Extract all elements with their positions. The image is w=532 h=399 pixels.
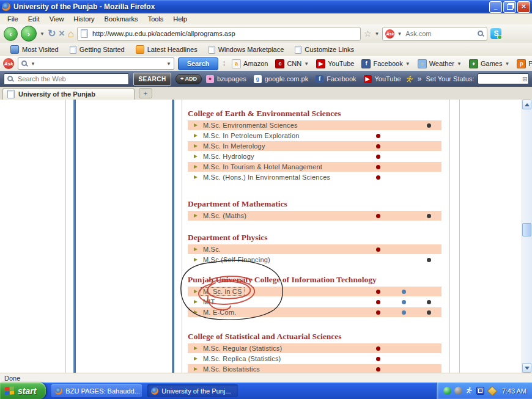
program-link[interactable]: M.Sc. In Petroleum Exploration	[203, 132, 300, 139]
program-link[interactable]: M.Sc. Environmental Sciences	[203, 122, 298, 129]
aim-man-icon[interactable]	[465, 387, 473, 395]
status-input[interactable]: ⊞	[478, 73, 529, 84]
network-globe-icon[interactable]	[443, 387, 451, 395]
program-link[interactable]: M.Sc. Replica (Statistics)	[203, 355, 281, 362]
red-status-dot[interactable]	[376, 310, 380, 315]
red-status-dot[interactable]	[376, 367, 380, 372]
ask-item-weather[interactable]: ☼Weather▼	[416, 59, 464, 68]
program-link[interactable]: M.Sc. Biostatistics	[203, 365, 260, 373]
start-button[interactable]: start	[0, 383, 46, 399]
blue-status-dot[interactable]	[402, 290, 406, 294]
red-status-dot[interactable]	[376, 357, 380, 361]
bookmark-most-visited[interactable]: Most Visited	[5, 45, 64, 54]
quicklink-google-com-pk[interactable]: ggoogle.com.pk	[254, 75, 309, 83]
bookmark-windows-marketplace[interactable]: Windows Marketplace	[203, 46, 290, 54]
red-status-dot[interactable]	[376, 247, 380, 252]
black-status-dot[interactable]	[427, 214, 431, 218]
bookmark-star-icon[interactable]: ☆	[364, 29, 372, 38]
minimize-button[interactable]: _	[489, 1, 502, 13]
blue-status-dot[interactable]	[402, 300, 406, 304]
ask-item-facebook[interactable]: fFacebook▼	[360, 59, 412, 68]
bookmark-getting-started[interactable]: Getting Started	[64, 46, 130, 54]
web-toolbar-search-button[interactable]: SEARCH	[133, 73, 171, 86]
red-status-dot[interactable]	[376, 165, 380, 169]
web-toolbar-search-input[interactable]	[17, 75, 126, 83]
close-button[interactable]: ✕	[517, 1, 530, 13]
dropdown-caret-icon[interactable]: ▼	[457, 61, 462, 67]
black-status-dot[interactable]	[427, 123, 431, 128]
forward-button[interactable]: ›	[21, 26, 37, 42]
web-toolbar-search-box[interactable]	[4, 73, 129, 85]
scroll-up-button[interactable]	[522, 100, 531, 109]
black-status-dot[interactable]	[427, 300, 431, 304]
search-engine-box[interactable]: Ask ▼	[382, 27, 487, 41]
ask-item-games[interactable]: ♦Games▼	[467, 59, 511, 68]
engine-dropdown-icon[interactable]: ▼	[397, 31, 402, 37]
restore-button[interactable]	[503, 1, 516, 13]
shield-icon[interactable]	[487, 386, 497, 396]
red-status-dot[interactable]	[376, 144, 380, 148]
ask-search-button[interactable]: Search	[178, 57, 218, 70]
menu-tools[interactable]: Tools	[143, 14, 169, 24]
ask-item-amazon[interactable]: aAmazon	[230, 59, 270, 68]
stop-button[interactable]: ×	[59, 29, 64, 38]
menu-help[interactable]: Help	[168, 14, 192, 24]
ask-item-youtube[interactable]: ▶YouTube	[314, 59, 356, 68]
scrollbar-thumb[interactable]	[522, 223, 531, 236]
back-button[interactable]: ‹	[4, 27, 18, 41]
quicklink-bzupages[interactable]: ●bzupages	[206, 75, 246, 83]
new-tab-button[interactable]: +	[139, 88, 152, 98]
tab-university-of-the-punjab[interactable]: University of the Punjab	[2, 88, 135, 100]
url-bar[interactable]	[77, 27, 361, 41]
taskbar-window-university-of-the-punj[interactable]: University of the Punj...	[147, 384, 238, 397]
ask-suggest-dropdown-icon[interactable]: ▼	[166, 61, 171, 67]
dropdown-caret-icon[interactable]: ▼	[405, 61, 410, 67]
red-status-dot[interactable]	[376, 214, 380, 218]
red-status-dot[interactable]	[376, 175, 380, 180]
dropdown-caret-icon[interactable]: ▼	[504, 61, 509, 67]
program-link[interactable]: M.Sc. In Meterology	[203, 142, 265, 150]
messenger-icon[interactable]	[476, 387, 484, 395]
history-dropdown-icon[interactable]: ▼	[40, 31, 45, 37]
search-magnifier-icon[interactable]	[477, 30, 484, 37]
bookmark-latest-headlines[interactable]: Latest Headlines	[130, 45, 203, 54]
red-status-dot[interactable]	[376, 155, 380, 159]
skype-icon[interactable]: S	[490, 28, 501, 39]
scroll-down-button[interactable]	[522, 363, 531, 373]
program-link[interactable]: M.Sc. Hydrology	[203, 153, 254, 160]
menu-edit[interactable]: Edit	[23, 14, 45, 24]
program-link[interactable]: M.Sc. Regular (Statistics)	[203, 345, 282, 352]
status-url-icon[interactable]: ⊞	[522, 76, 527, 82]
ask-item-cnn[interactable]: cCNN▼	[273, 59, 311, 68]
program-link[interactable]: MIT	[203, 298, 215, 306]
red-status-dot[interactable]	[376, 346, 380, 351]
black-status-dot[interactable]	[427, 310, 431, 315]
program-link[interactable]: M. Sc. in CS	[201, 287, 245, 296]
bookmark-dropdown-icon[interactable]: ▼	[375, 31, 380, 37]
program-link[interactable]: M.Sc. In Tourism & Hotel Management	[203, 163, 322, 170]
quicklink-youtube[interactable]: ▶YouTube	[364, 75, 401, 83]
taskbar-window-bzu-pages-bahaudd[interactable]: BZU PAGES: Bahaudd...	[51, 384, 142, 397]
blue-status-dot[interactable]	[402, 310, 406, 315]
red-status-dot[interactable]	[376, 134, 380, 138]
reload-button[interactable]: ↻	[48, 29, 56, 38]
aim-running-man-icon[interactable]	[405, 75, 413, 83]
program-link[interactable]: M.Sc.(Self-Financing)	[203, 256, 270, 263]
add-button[interactable]: + ADD	[175, 74, 202, 84]
program-link[interactable]: M.Sc. (Maths)	[203, 212, 246, 219]
black-status-dot[interactable]	[427, 258, 431, 262]
menu-history[interactable]: History	[68, 14, 99, 24]
web-search-input[interactable]	[404, 29, 475, 38]
red-status-dot[interactable]	[376, 290, 380, 294]
menu-file[interactable]: File	[2, 14, 23, 24]
menu-view[interactable]: View	[45, 14, 69, 24]
address-input[interactable]	[91, 29, 357, 38]
program-link[interactable]: M.Sc. (Hons.) In Environmental Sciences	[203, 174, 330, 181]
volume-icon[interactable]	[454, 387, 462, 395]
vertical-scrollbar[interactable]	[522, 100, 532, 373]
ask-item-personas[interactable]: pPersonas	[515, 59, 532, 68]
red-status-dot[interactable]	[376, 300, 380, 304]
quicklink-facebook[interactable]: fFacebook	[316, 75, 356, 83]
overflow-chevron-icon[interactable]: »	[418, 75, 422, 83]
dropdown-caret-icon[interactable]: ▼	[304, 61, 309, 67]
